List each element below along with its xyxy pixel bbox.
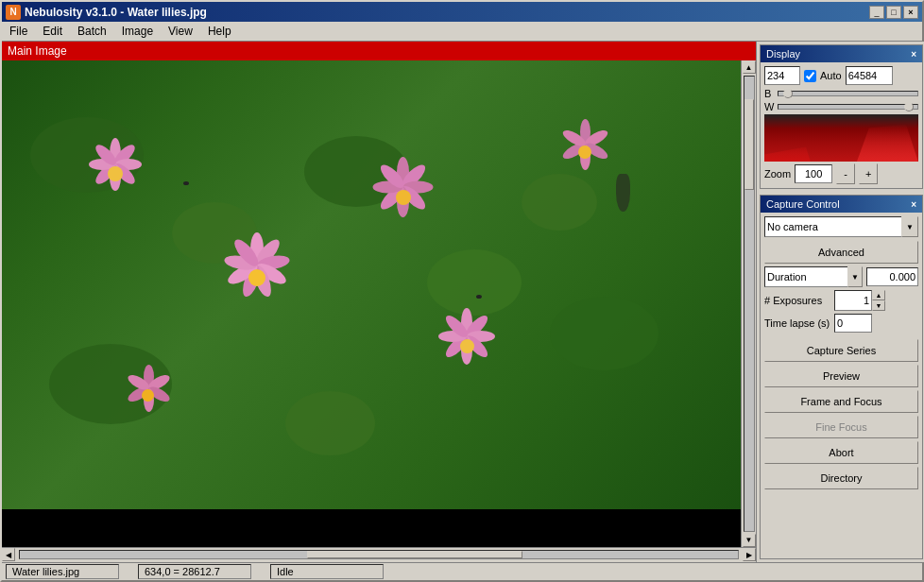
app-icon: N	[6, 5, 21, 20]
title-bar: N Nebulosity v3.1.0 - Water lilies.jpg _…	[2, 2, 922, 22]
frame-focus-button[interactable]: Frame and Focus	[764, 390, 918, 413]
display-section: Display × Auto B	[760, 44, 923, 189]
scroll-up-button[interactable]: ▲	[743, 60, 756, 74]
timelapse-input[interactable]	[834, 314, 872, 333]
exposures-up-button[interactable]: ▲	[872, 290, 885, 300]
black-slider[interactable]	[778, 91, 918, 96]
menu-bar: File Edit Batch Image View Help	[2, 22, 922, 42]
main-image	[2, 60, 741, 508]
histogram	[764, 114, 918, 162]
scroll-down-button[interactable]: ▼	[743, 534, 756, 547]
exposures-row: # Exposures ▲ ▼	[764, 290, 918, 311]
exposures-input[interactable]	[834, 290, 872, 311]
duration-input[interactable]	[866, 267, 918, 286]
right-panel: Display × Auto B	[756, 42, 924, 561]
auto-checkbox[interactable]	[804, 70, 816, 82]
status-state: Idle	[270, 564, 384, 579]
menu-file[interactable]: File	[2, 23, 35, 40]
image-panel: Main Image	[2, 42, 756, 561]
status-coords: 634,0 = 28612.7	[138, 564, 251, 579]
timelapse-row: Time lapse (s)	[764, 314, 918, 333]
camera-select-wrapper: No camera ▼	[764, 216, 918, 237]
menu-help[interactable]: Help	[200, 23, 239, 40]
image-panel-header: Main Image	[2, 42, 756, 60]
zoom-label: Zoom	[764, 168, 791, 180]
menu-batch[interactable]: Batch	[70, 23, 114, 40]
display-value2-input[interactable]	[846, 66, 893, 85]
capture-section-header: Capture Control ×	[761, 196, 922, 213]
menu-edit[interactable]: Edit	[35, 23, 70, 40]
status-bar: Water lilies.jpg 634,0 = 28612.7 Idle	[2, 562, 922, 580]
duration-row: Duration ▼	[764, 266, 918, 287]
capture-close-button[interactable]: ×	[911, 199, 916, 210]
auto-label: Auto	[820, 70, 842, 81]
zoom-input[interactable]	[795, 164, 832, 183]
white-label: W	[764, 101, 776, 112]
camera-select[interactable]: No camera	[764, 216, 918, 237]
preview-button[interactable]: Preview	[764, 365, 918, 387]
zoom-plus-button[interactable]: +	[859, 163, 878, 184]
window-title: Nebulosity v3.1.0 - Water lilies.jpg	[25, 6, 207, 19]
exposures-down-button[interactable]: ▼	[872, 300, 885, 311]
close-button[interactable]: ×	[903, 6, 918, 19]
directory-button[interactable]: Directory	[764, 467, 918, 489]
menu-view[interactable]: View	[161, 23, 200, 40]
duration-select[interactable]: Duration	[764, 266, 863, 287]
menu-image[interactable]: Image	[114, 23, 161, 40]
vscroll-thumb[interactable]	[744, 99, 754, 190]
abort-button[interactable]: Abort	[764, 441, 918, 464]
exposures-label: # Exposures	[764, 295, 830, 306]
scroll-left-button[interactable]: ◀	[2, 548, 15, 561]
vscroll-track[interactable]	[744, 76, 755, 531]
hscroll-track[interactable]	[19, 550, 739, 559]
capture-section: Capture Control × No camera ▼ A	[760, 195, 923, 558]
exposures-spinner: ▲ ▼	[834, 290, 885, 311]
display-close-button[interactable]: ×	[911, 49, 916, 60]
fine-focus-button: Fine Focus	[764, 416, 918, 438]
maximize-button[interactable]: □	[886, 6, 901, 19]
horizontal-scrollbar[interactable]: ◀ ▶	[2, 547, 756, 562]
scroll-right-button[interactable]: ▶	[743, 548, 756, 561]
hscroll-thumb[interactable]	[307, 551, 522, 558]
display-value1-input[interactable]	[764, 66, 800, 85]
timelapse-label: Time lapse (s)	[764, 317, 830, 329]
advanced-button[interactable]: Advanced	[764, 241, 918, 264]
black-label: B	[764, 88, 776, 99]
capture-series-button[interactable]: Capture Series	[764, 339, 918, 362]
zoom-minus-button[interactable]: -	[836, 163, 855, 184]
white-slider[interactable]	[778, 104, 918, 110]
display-section-header: Display ×	[761, 45, 922, 62]
status-filename: Water lilies.jpg	[6, 564, 119, 579]
minimize-button[interactable]: _	[869, 6, 884, 19]
vertical-scrollbar[interactable]: ▲ ▼	[741, 60, 756, 546]
